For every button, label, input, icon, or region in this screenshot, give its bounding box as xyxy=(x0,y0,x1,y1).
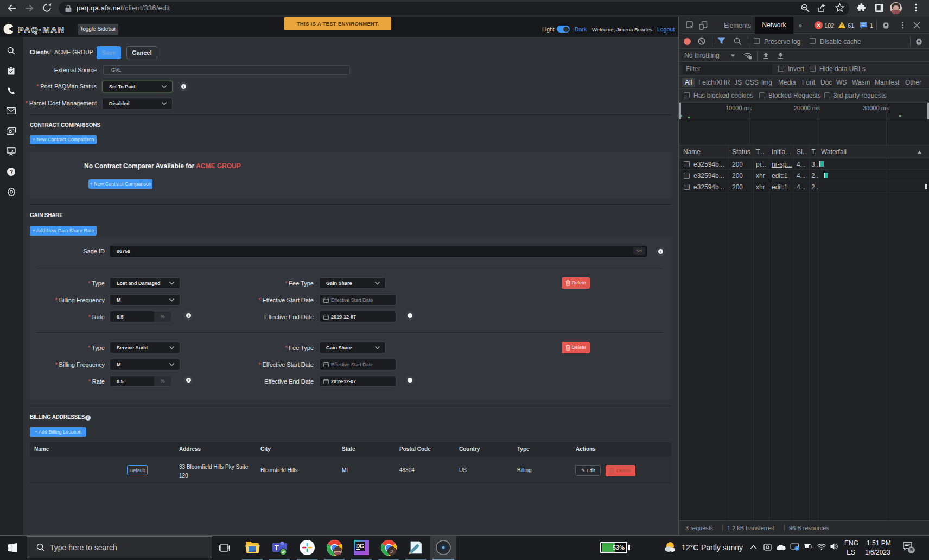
svg-text:DG: DG xyxy=(356,543,364,549)
